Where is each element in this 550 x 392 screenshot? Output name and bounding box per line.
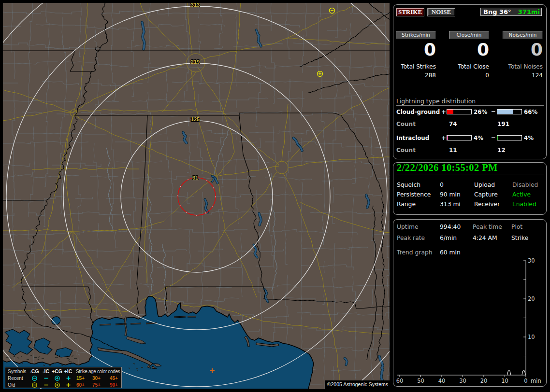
info-value: 6/min: [440, 235, 457, 241]
info-value-2: Strike: [511, 235, 528, 241]
info-label-2: 4:24 AM: [473, 235, 497, 241]
trend-label: Trend graph: [397, 249, 433, 256]
circle-minus-icon: [31, 375, 38, 381]
legend-row-old: Old60+75+90+: [5, 382, 121, 388]
plus-icon: [65, 382, 72, 388]
circle-minus-icon: [31, 382, 38, 388]
minus-sign: −: [491, 134, 496, 141]
total-value-1: 0: [431, 72, 489, 79]
positive-count: 11: [449, 147, 457, 154]
rate-value-0: 0: [388, 40, 436, 59]
status-value-2: Enabled: [512, 201, 536, 208]
chart-x-tick-10: 10: [501, 378, 508, 384]
legend-ic-neg-symbol: [41, 382, 51, 389]
bar-fill: [447, 136, 448, 140]
legend-row-label: Recent: [8, 375, 23, 381]
strike-map[interactable]: 31125219313: [3, 3, 390, 389]
legend-col-cg-neg: -CG: [29, 368, 40, 375]
bearing-value: Bng 36°: [483, 8, 511, 15]
distribution-row-intracloud: Intracloud+4%−4%: [396, 135, 544, 141]
legend-row-recent: Recent15+30+45+: [5, 375, 121, 381]
symbol-legend: Symbols -CG -IC +CG +IC Strike age color…: [5, 367, 122, 388]
status-label: Range: [397, 201, 416, 208]
plus-sign: +: [441, 109, 446, 115]
legend-age-30+: 30+: [92, 375, 105, 381]
status-value-2: Active: [512, 191, 531, 198]
info-label-2: Peak time: [473, 224, 502, 230]
chart-y-tick-10: 10: [528, 334, 535, 340]
legend-cg-pos-symbol: [51, 375, 63, 382]
total-value-2: 124: [485, 72, 543, 79]
negative-count: 191: [497, 121, 509, 127]
count-label: Count: [396, 147, 416, 154]
ring-label-313: 313: [191, 3, 200, 8]
status-label: Squelch: [397, 182, 420, 188]
rate-value-2: 0: [494, 40, 543, 59]
strike-circle-minus: [330, 8, 335, 14]
legend-age-60+: 60+: [76, 382, 89, 388]
status-label-2: Receiver: [474, 201, 500, 208]
legend-age-title: Strike age color codes: [76, 368, 120, 375]
positive-pct: 4%: [474, 135, 483, 141]
total-label-2: Total Noises: [485, 63, 543, 70]
negative-bar: [497, 109, 522, 114]
legend-ic-pos-symbol: [63, 382, 73, 389]
total-label-0: Total Strikes: [378, 63, 436, 70]
minus-sign: −: [491, 108, 496, 115]
bar-fill: [447, 110, 453, 114]
chart-strike-series: [507, 371, 526, 375]
legend-age-15+: 15+: [76, 375, 89, 381]
dist-name: Cloud-ground: [396, 109, 440, 115]
status-label-2: Upload: [474, 182, 495, 188]
positive-bar: [447, 135, 472, 140]
chart-x-tick-50: 50: [417, 378, 424, 384]
rate-button-strikes-min[interactable]: Strikes/min: [396, 31, 436, 39]
noise-mode-button[interactable]: NOISE: [427, 8, 455, 16]
chart-x-tick-40: 40: [438, 378, 446, 384]
legend-cg-neg-symbol: [29, 382, 40, 389]
ring-label-219: 219: [191, 59, 200, 65]
bar-fill: [497, 136, 498, 140]
legend-ic-pos-symbol: [63, 375, 73, 382]
legend-age-75+: 75+: [92, 382, 105, 388]
info-value-2: Plot: [511, 224, 522, 230]
total-label-1: Total Close: [431, 63, 489, 70]
minus-icon: [43, 382, 49, 388]
legend-age-90+: 90+: [110, 382, 122, 388]
negative-pct: 66%: [524, 109, 537, 115]
info-label: Peak rate: [397, 235, 425, 241]
chart-axes: [397, 261, 526, 375]
status-label-2: Capture: [474, 191, 498, 198]
ring-label-125: 125: [191, 116, 200, 122]
negative-count: 12: [497, 147, 506, 154]
legend-header-row: Symbols -CG -IC +CG +IC Strike age color…: [5, 368, 121, 375]
chart-x-tick-0: 0: [524, 378, 527, 384]
app-window: 31125219313 Symbols -CG -IC +CG +IC Stri…: [0, 0, 550, 392]
chart-y-tick-30: 30: [528, 257, 535, 264]
minus-icon: [43, 375, 49, 381]
negative-bar: [497, 135, 522, 140]
trend-graph: 6050403020100min102030: [393, 256, 548, 390]
legend-col-cg-pos: +CG: [51, 368, 63, 375]
chart-x-axis-unit: min: [531, 378, 541, 384]
status-value: 0: [440, 182, 444, 188]
rate-value-1: 0: [441, 40, 489, 59]
legend-cg-neg-symbol: [29, 375, 40, 382]
plus-sign: +: [441, 135, 446, 141]
legend-col-ic-pos: +IC: [63, 368, 73, 375]
positive-pct: 26%: [474, 109, 487, 115]
chart-x-tick-60: 60: [396, 378, 404, 384]
ring-label-31: 31: [192, 175, 198, 181]
circle-plus-icon: [54, 375, 60, 381]
bearing-distance: 371mi: [518, 8, 540, 15]
status-value: 90 min: [440, 191, 461, 198]
bearing-readout: Bng 36° 371mi: [480, 8, 542, 16]
rate-button-close-min[interactable]: Close/min: [449, 31, 489, 39]
status-value-2: Disabled: [512, 182, 538, 188]
strike-mode-button[interactable]: STRIKE: [396, 8, 424, 16]
legend-age-45+: 45+: [110, 375, 122, 381]
positive-count: 74: [449, 121, 457, 127]
negative-pct: 4%: [524, 135, 534, 141]
rate-button-noises-min[interactable]: Noises/min: [503, 31, 543, 39]
datetime-rule: [396, 174, 544, 174]
